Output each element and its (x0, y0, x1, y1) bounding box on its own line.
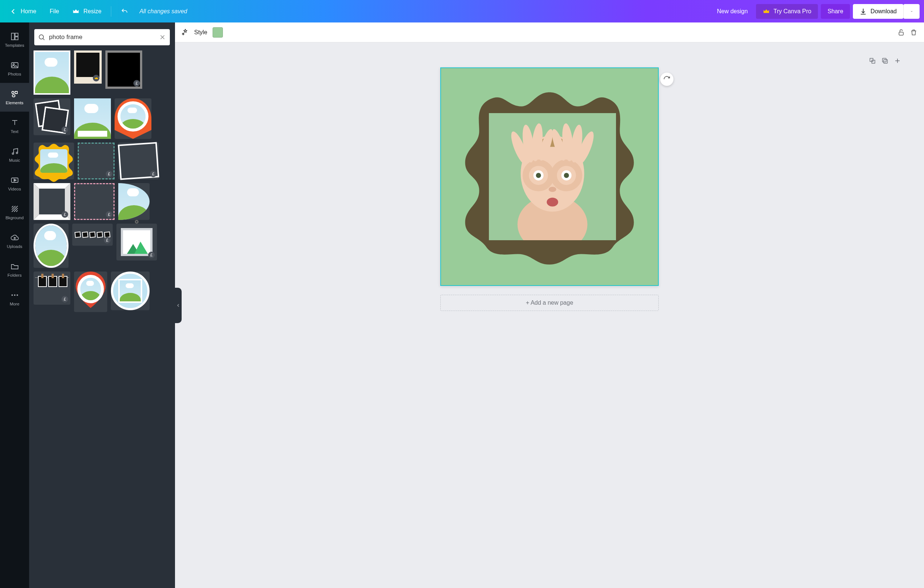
result-circle-white[interactable] (111, 271, 150, 310)
photos-icon (10, 61, 19, 69)
svg-rect-25 (872, 60, 874, 63)
left-rail: TemplatesPhotosElementsTextMusicVideosBk… (0, 23, 29, 588)
rail-more[interactable]: More (0, 284, 29, 313)
elements-icon (10, 89, 19, 98)
result-oval-landscape[interactable] (33, 224, 69, 268)
lock-icon[interactable] (898, 29, 905, 36)
chevron-left-icon (10, 8, 17, 15)
file-menu[interactable]: File (45, 4, 64, 19)
result-stretched-canvas[interactable]: £ (33, 183, 70, 220)
svg-point-13 (39, 35, 43, 39)
templates-icon (10, 32, 19, 41)
save-status: All changes saved (139, 8, 187, 15)
svg-point-6 (12, 153, 14, 154)
bkground-icon (10, 205, 19, 213)
app-topbar: Home File Resize All changes saved New d… (0, 0, 924, 23)
music-icon (10, 147, 19, 156)
paid-badge: £ (134, 80, 140, 87)
svg-marker-9 (14, 179, 16, 181)
side-panel: £££££££££ (29, 23, 175, 588)
try-pro-button[interactable]: Try Canva Pro (756, 4, 818, 19)
svg-line-14 (43, 39, 45, 40)
result-stamp-pink[interactable]: £ (74, 183, 115, 220)
duplicate-page-icon[interactable] (881, 57, 889, 64)
result-framed-mountains[interactable]: £ (116, 224, 157, 261)
separator (111, 6, 111, 17)
search-icon (38, 33, 45, 41)
download-button[interactable]: Download (853, 4, 903, 19)
context-bar: Style (175, 23, 924, 42)
result-tilted-polaroids[interactable]: £ (33, 98, 70, 135)
result-hanging-polaroids[interactable]: £ (72, 224, 113, 246)
add-new-page-button[interactable]: + Add a new page (440, 295, 659, 311)
rail-music[interactable]: Music (0, 140, 29, 169)
more-icon (10, 291, 19, 299)
svg-rect-1 (15, 33, 18, 36)
chevron-down-icon (910, 8, 913, 15)
result-landscape-frame[interactable] (33, 51, 70, 95)
rail-bkground[interactable]: Bkground (0, 198, 29, 226)
rail-folders[interactable]: Folders (0, 255, 29, 284)
trash-icon[interactable] (910, 29, 917, 36)
svg-point-47 (549, 187, 556, 192)
videos-icon (10, 176, 19, 185)
uploads-icon (10, 233, 19, 242)
rail-templates[interactable]: Templates (0, 25, 29, 54)
svg-point-10 (12, 294, 13, 296)
page-resize-icon[interactable] (869, 57, 876, 64)
paid-badge: £ (61, 126, 68, 133)
crown-badge (93, 75, 99, 81)
svg-rect-0 (12, 33, 14, 40)
resize-menu[interactable]: Resize (67, 4, 106, 19)
paid-badge: £ (148, 252, 155, 258)
style-label[interactable]: Style (194, 29, 208, 36)
bg-color-swatch[interactable] (213, 27, 223, 38)
result-polaroid-beige[interactable] (74, 51, 102, 84)
undo-button[interactable] (116, 4, 134, 19)
rail-photos[interactable]: Photos (0, 54, 29, 83)
rail-elements[interactable]: Elements (0, 83, 29, 112)
home-label: Home (21, 8, 36, 15)
svg-point-46 (564, 173, 569, 178)
new-design-button[interactable]: New design (712, 4, 753, 19)
svg-rect-2 (15, 37, 18, 40)
folders-icon (10, 262, 19, 271)
text-icon (10, 118, 19, 127)
svg-point-12 (16, 294, 18, 296)
result-circle-pin-orange[interactable] (115, 98, 152, 139)
page[interactable] (440, 68, 659, 286)
rail-videos[interactable]: Videos (0, 169, 29, 198)
magic-icon[interactable] (182, 29, 189, 36)
result-frame-bottom-label[interactable] (74, 98, 111, 139)
paid-badge: £ (104, 237, 111, 243)
paid-badge: £ (106, 170, 112, 177)
page-action-button[interactable] (660, 73, 673, 86)
paid-badge: £ (61, 211, 68, 218)
result-clothespin-photos[interactable]: £ (33, 271, 70, 305)
result-half-circle[interactable] (118, 183, 150, 220)
svg-point-44 (536, 173, 541, 178)
download-caret[interactable] (903, 4, 919, 19)
paid-badge: £ (61, 296, 68, 302)
add-page-icon[interactable] (894, 57, 901, 64)
search-bar[interactable] (34, 29, 170, 45)
rail-text[interactable]: Text (0, 112, 29, 140)
svg-rect-23 (899, 32, 903, 35)
photo-in-frame[interactable] (489, 113, 616, 240)
download-button-group: Download (853, 4, 919, 19)
stage[interactable]: + Add a new page (175, 42, 924, 588)
svg-point-11 (14, 294, 15, 296)
result-scallop-yellow[interactable] (33, 142, 74, 179)
share-button[interactable]: Share (821, 4, 850, 19)
rail-uploads[interactable]: Uploads (0, 226, 29, 255)
result-map-pin-photo[interactable] (74, 271, 107, 312)
home-button[interactable]: Home (5, 4, 41, 19)
undo-icon (121, 8, 128, 15)
result-stamp-teal[interactable]: £ (78, 142, 115, 179)
canvas-area: Style (175, 23, 924, 588)
search-input[interactable] (49, 33, 155, 41)
download-icon (860, 8, 867, 15)
clear-search-icon[interactable] (159, 33, 166, 41)
result-dark-frame[interactable]: £ (106, 51, 142, 89)
result-thin-white-frame[interactable]: £ (118, 142, 159, 179)
